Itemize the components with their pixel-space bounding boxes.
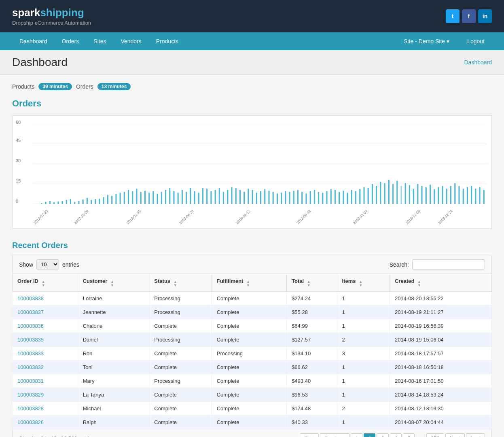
cell-status: Processing	[149, 374, 212, 388]
pagination-next[interactable]: Next	[445, 433, 465, 437]
table-row: 100003837 Jeannette Processing Complete …	[13, 305, 492, 319]
cell-fulfillment: Complete	[212, 416, 286, 429]
svg-rect-30	[144, 191, 146, 204]
order-link[interactable]: 100003837	[17, 309, 44, 315]
cell-total: $64.99	[287, 319, 337, 333]
pagination-page-5[interactable]: 5	[403, 433, 415, 437]
col-total[interactable]: Total ▲▼	[287, 274, 337, 292]
site-selector[interactable]: Site - Demo Site ▾	[396, 32, 457, 50]
order-link[interactable]: 100003831	[17, 378, 44, 384]
cell-created: 2014-08-07 20:04:44	[390, 416, 492, 429]
svg-rect-58	[260, 191, 261, 204]
orders-table: Order ID ▲▼ Customer ▲▼ Status ▲▼ Fulfil…	[12, 274, 492, 429]
col-created[interactable]: Created ▲▼	[390, 274, 492, 292]
cell-order-id: 100003836	[13, 319, 78, 333]
cell-customer: Michael	[78, 402, 149, 416]
pagination-page-4[interactable]: 4	[390, 433, 402, 437]
cell-total: $96.53	[287, 388, 337, 402]
cell-fulfillment: Complete	[212, 305, 286, 319]
svg-rect-85	[372, 184, 373, 204]
svg-rect-13	[74, 202, 75, 204]
cell-customer: Ron	[78, 347, 149, 361]
cell-total: $174.48	[287, 402, 337, 416]
order-link[interactable]: 100003829	[17, 392, 44, 398]
cell-created: 2014-08-18 17:57:57	[390, 347, 492, 361]
order-link[interactable]: 100003833	[17, 350, 44, 356]
logout-button[interactable]: Logout	[460, 32, 492, 50]
cell-fulfillment: Complete	[212, 402, 286, 416]
svg-rect-25	[124, 192, 125, 204]
svg-rect-7	[49, 201, 51, 204]
search-input[interactable]	[412, 259, 485, 269]
svg-rect-32	[152, 191, 154, 204]
svg-rect-84	[368, 188, 369, 204]
cell-order-id: 100003837	[13, 305, 78, 319]
svg-rect-38	[178, 193, 179, 204]
cell-customer: Chalone	[78, 319, 149, 333]
col-items[interactable]: Items ▲▼	[337, 274, 390, 292]
svg-rect-15	[83, 199, 84, 204]
svg-rect-91	[396, 181, 398, 204]
order-link[interactable]: 100003836	[17, 323, 44, 329]
col-order-id[interactable]: Order ID ▲▼	[13, 274, 78, 292]
svg-rect-97	[421, 186, 423, 204]
x-label-end: 2013-12-24	[437, 209, 453, 225]
pagination-last-page[interactable]: 378	[426, 433, 444, 437]
svg-rect-45	[206, 189, 208, 204]
svg-rect-98	[426, 187, 427, 204]
order-link[interactable]: 100003826	[17, 419, 44, 425]
cell-status: Complete	[149, 319, 212, 333]
cell-order-id: 100003833	[13, 347, 78, 361]
entries-select[interactable]: 10 25 50 100	[36, 259, 59, 269]
svg-rect-95	[413, 189, 414, 204]
pagination-page-2[interactable]: 2	[364, 433, 375, 437]
cell-status: Complete	[149, 388, 212, 402]
nav-vendors[interactable]: Vendors	[113, 32, 148, 50]
svg-rect-21	[107, 195, 108, 204]
cell-fulfillment: Complete	[212, 388, 286, 402]
pagination-last[interactable]: Last	[466, 433, 485, 437]
nav-products[interactable]: Products	[149, 32, 186, 50]
order-link[interactable]: 100003835	[17, 337, 44, 343]
nav-orders[interactable]: Orders	[55, 32, 87, 50]
svg-rect-102	[442, 186, 443, 204]
svg-rect-81	[355, 191, 356, 204]
cell-status: Processing	[149, 292, 212, 305]
x-label-7: 2013-11-04	[352, 209, 368, 225]
main-nav: Dashboard Orders Sites Vendors Products …	[0, 32, 504, 50]
svg-rect-87	[380, 182, 381, 204]
nav-dashboard[interactable]: Dashboard	[12, 32, 55, 50]
cell-status: Processing	[149, 305, 212, 319]
chevron-down-icon: ▾	[447, 38, 449, 45]
order-link[interactable]: 100003838	[17, 295, 44, 301]
orders-chart: 60 45 30 15 0 2012-07-23 2012-10-29 2013…	[12, 115, 492, 229]
sort-icon-fulfillment: ▲▼	[246, 280, 250, 287]
col-customer[interactable]: Customer ▲▼	[78, 274, 149, 292]
pagination-page-3[interactable]: 3	[377, 433, 388, 437]
order-link[interactable]: 100003828	[17, 405, 44, 412]
breadcrumb[interactable]: Dashboard	[464, 59, 492, 66]
col-fulfillment[interactable]: Fulfillment ▲▼	[212, 274, 286, 292]
cell-customer: La Tanya	[78, 388, 149, 402]
svg-rect-9	[57, 202, 59, 204]
facebook-icon[interactable]: f	[462, 9, 476, 23]
svg-rect-40	[186, 192, 187, 204]
linkedin-icon[interactable]: in	[478, 9, 492, 23]
nav-sites[interactable]: Sites	[86, 32, 113, 50]
svg-rect-64	[285, 191, 286, 204]
svg-rect-39	[182, 190, 183, 204]
pagination-previous[interactable]: Previous	[320, 433, 349, 437]
cell-items: 2	[337, 333, 390, 347]
svg-rect-57	[256, 193, 257, 204]
svg-rect-107	[463, 189, 464, 204]
order-link[interactable]: 100003832	[17, 364, 44, 370]
col-status[interactable]: Status ▲▼	[149, 274, 212, 292]
svg-rect-18	[95, 199, 96, 204]
sort-icon-status: ▲▼	[174, 280, 177, 287]
pagination-first[interactable]: First	[300, 433, 319, 437]
cell-status: Processing	[149, 333, 212, 347]
entries-label: entries	[62, 261, 79, 268]
cell-status: Complete	[149, 416, 212, 429]
twitter-icon[interactable]: t	[446, 9, 460, 23]
cell-total: $66.62	[287, 361, 337, 374]
